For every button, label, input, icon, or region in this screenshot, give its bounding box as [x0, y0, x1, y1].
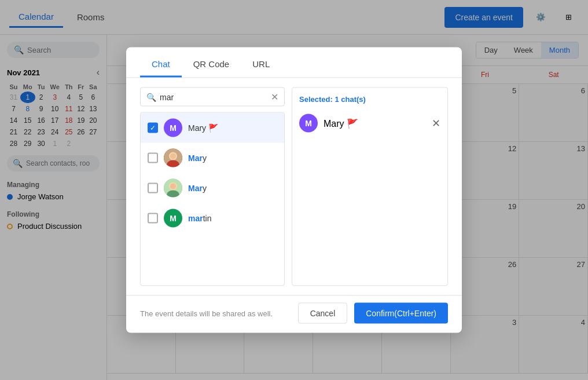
- avatar-mary1: M: [164, 119, 182, 137]
- chat-list: ✓ M Mary 🚩 Mary: [140, 112, 285, 286]
- chat-item-mary1[interactable]: ✓ M Mary 🚩: [141, 113, 284, 143]
- avatar-mary3: [164, 179, 182, 198]
- avatar-mary2: [164, 149, 182, 167]
- checkbox-martin[interactable]: [148, 213, 158, 224]
- selected-avatar-mary: M: [299, 114, 318, 133]
- chat-item-mary2[interactable]: Mary: [141, 143, 284, 173]
- clear-search-icon[interactable]: ✕: [271, 92, 278, 103]
- avatar-martin: M: [164, 209, 182, 228]
- checkbox-mary2[interactable]: [148, 153, 158, 163]
- cancel-button[interactable]: Cancel: [298, 303, 348, 324]
- checkbox-mary3[interactable]: [148, 183, 158, 193]
- remove-mary-button[interactable]: ✕: [432, 117, 440, 130]
- chat-name-mary1: Mary 🚩: [188, 123, 218, 133]
- share-modal: Chat QR Code URL 🔍 ✕ ✓ M Mary 🚩: [126, 48, 462, 333]
- svg-point-7: [170, 184, 176, 189]
- modal-footer: The event details will be shared as well…: [126, 295, 462, 333]
- tab-url[interactable]: URL: [241, 52, 281, 78]
- chat-item-martin[interactable]: M martin: [141, 203, 284, 233]
- modal-body: 🔍 ✕ ✓ M Mary 🚩 Mary: [126, 78, 462, 295]
- flag-icon: 🚩: [208, 123, 218, 133]
- chat-search-icon: 🔍: [146, 92, 156, 101]
- footer-note: The event details will be shared as well…: [140, 309, 273, 317]
- checkbox-mary1[interactable]: ✓: [148, 123, 158, 133]
- selected-item-mary: M Mary 🚩 ✕: [299, 111, 440, 136]
- tab-chat[interactable]: Chat: [140, 52, 182, 78]
- chat-search-input[interactable]: [160, 92, 271, 101]
- svg-point-3: [170, 154, 176, 159]
- modal-tabs: Chat QR Code URL: [126, 48, 462, 78]
- chat-name-martin: martin: [188, 214, 211, 223]
- chat-search-panel: 🔍 ✕ ✓ M Mary 🚩 Mary: [140, 87, 285, 286]
- selected-count-label: Selected: 1 chat(s): [299, 95, 440, 104]
- selected-unit: chat(s): [341, 95, 366, 104]
- chat-item-mary3[interactable]: Mary: [141, 173, 284, 203]
- chat-name-mary2: Mary: [188, 154, 207, 163]
- tab-qrcode[interactable]: QR Code: [182, 52, 241, 78]
- selected-number: 1: [335, 95, 339, 104]
- selected-text: Selected:: [299, 95, 333, 104]
- footer-buttons: Cancel Confirm(Ctrl+Enter): [298, 303, 448, 324]
- selected-name-mary: Mary 🚩: [324, 118, 358, 129]
- chat-search-input-wrap[interactable]: 🔍 ✕: [140, 87, 285, 107]
- selected-panel: Selected: 1 chat(s) M Mary 🚩 ✕: [292, 87, 448, 286]
- confirm-button[interactable]: Confirm(Ctrl+Enter): [354, 303, 448, 324]
- chat-name-mary3: Mary: [188, 184, 207, 193]
